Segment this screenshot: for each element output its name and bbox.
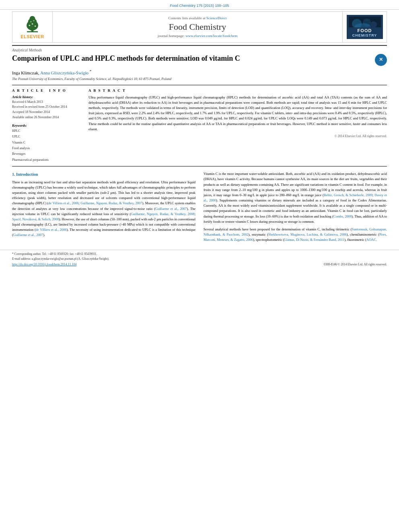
svg-point-5 xyxy=(29,25,31,26)
homepage-url[interactable]: www.elsevier.com/locate/foodchem xyxy=(185,34,237,38)
ref-devilliers2006b[interactable]: de Villiers et al., 2006 xyxy=(36,228,67,232)
section1-heading: 1. Introduction xyxy=(12,171,195,178)
footer-links: http://dx.doi.org/10.1016/j.foodchem.201… xyxy=(12,263,387,266)
elsevier-tree-icon xyxy=(21,15,43,33)
intro-para1: There is an increasing need for fast and… xyxy=(12,180,195,238)
contents-label: Contents lists available at xyxy=(169,16,206,20)
body-columns: 1. Introduction There is an increasing n… xyxy=(12,171,387,245)
ref-belitz2009[interactable]: Belitz, Grosch, & Schieberle, 2009 xyxy=(324,193,372,197)
journal-header: ELSEVIER Contents lists available at Sci… xyxy=(12,11,387,43)
elsevier-logo: ELSEVIER xyxy=(21,15,44,39)
journal-title-area: Contents lists available at ScienceDirec… xyxy=(53,12,342,42)
email-note: E-mail address: a.gliszczynska-swiglo@ue… xyxy=(12,257,109,261)
keywords-label: Keywords: xyxy=(12,123,80,127)
article-title-text: Comparison of UPLC and HPLC methods for … xyxy=(12,54,240,63)
section1-number: 1. xyxy=(12,172,15,177)
body-left-col: 1. Introduction There is an increasing n… xyxy=(12,171,195,245)
food-chemistry-logo-area: FOOD CHEMISTRY xyxy=(342,12,387,42)
journal-homepage: journal homepage: www.elsevier.com/locat… xyxy=(158,34,237,38)
abstract-title: A B S T R A C T xyxy=(88,88,387,92)
footer-area: * Corresponding author. Tel.: +48 61 856… xyxy=(0,250,399,269)
doi-link[interactable]: http://dx.doi.org/10.1016/j.foodchem.201… xyxy=(12,263,76,266)
ref-guillarme2008[interactable]: Guillarme, Nguyen, Rudaz, & Veuthey, 200… xyxy=(131,212,194,216)
footnote-corresponding: * Corresponding author. Tel.: +48 61 856… xyxy=(12,252,387,261)
elsevier-logo-area: ELSEVIER xyxy=(12,12,53,42)
author-link[interactable]: Anna Gliszczyńska-Świgło xyxy=(40,70,88,75)
main-content: Analytical Methods Comparison of UPLC an… xyxy=(0,45,399,245)
abstract-text: Ultra performance liquid chromatography … xyxy=(88,95,387,132)
ref-spacil2008[interactable]: Spacil, Nováková, & Solich, 2008 xyxy=(12,217,59,221)
article-info-panel: A R T I C L E I N F O Article history: R… xyxy=(12,88,80,163)
history-label: Article history: xyxy=(12,95,80,99)
affiliation: The Poznań University of Economics, Facu… xyxy=(12,77,387,81)
homepage-label: journal homepage: xyxy=(158,34,185,38)
authors: Inga Klimczak, Anna Gliszczyńska-Świgło … xyxy=(12,69,387,75)
svg-point-9 xyxy=(33,20,35,21)
received-date: Received 6 March 2013 xyxy=(12,100,43,104)
journal-title: Food Chemistry xyxy=(169,22,226,32)
keywords-list: HPLCUPLCVitamin CFood analysisBeveragesP… xyxy=(12,128,80,163)
accepted-date: Accepted 18 November 2014 xyxy=(12,110,50,114)
page: Food Chemistry 175 (2015) 100–105 xyxy=(0,0,399,532)
top-citation-bar: Food Chemistry 175 (2015) 100–105 xyxy=(0,0,399,10)
section-label: Analytical Methods xyxy=(12,45,387,52)
elsevier-brand-text: ELSEVIER xyxy=(21,34,44,39)
svg-point-8 xyxy=(31,21,32,22)
ref-llamas2011[interactable]: Llamas, Di Nezio, & Fernández Band, 2011 xyxy=(284,238,345,242)
fc-chem-text: CHEMISTRY xyxy=(352,33,377,37)
revised-date: Received in revised form 25 October 2014 xyxy=(12,105,67,109)
abstract-copyright: © 2014 Elsevier Ltd. All rights reserved… xyxy=(88,134,387,138)
ref-guillarme2007a[interactable]: Guillarme, Nguyen, Rudaz, & Veuthey, 200… xyxy=(80,201,142,205)
ref-shekhowtsova2006[interactable]: Shekhowtsova, Muginova, Luchina, & Galim… xyxy=(268,232,347,236)
section1-title: Introduction xyxy=(16,172,38,177)
ref-aoac[interactable]: AOAC, xyxy=(366,238,377,242)
ref-guillarme2007b[interactable]: Guillarme et al., 2007 xyxy=(155,207,187,211)
intro-para3: Several analytical methods have been pro… xyxy=(204,227,387,243)
intro-para2: Vitamin C is the most important water-so… xyxy=(204,171,387,224)
available-date: Available online 26 November 2014 xyxy=(12,115,59,119)
fc-logo-image xyxy=(349,16,381,27)
citation-text: Food Chemistry 175 (2015) 100–105 xyxy=(170,4,229,8)
ref-devilliers2006[interactable]: de Villiers et al., 2006 xyxy=(48,201,78,205)
article-history: Received 6 March 2013 Received in revise… xyxy=(12,100,80,120)
fc-food-text: FOOD xyxy=(358,28,372,33)
svg-rect-1 xyxy=(27,31,38,32)
body-right-col: Vitamin C is the most important water-so… xyxy=(204,171,387,245)
svg-point-6 xyxy=(32,23,33,25)
svg-point-4 xyxy=(29,16,35,21)
article-info-title: A R T I C L E I N F O xyxy=(12,88,80,92)
science-direct-link[interactable]: ScienceDirect xyxy=(206,16,226,20)
crossmark-badge[interactable]: ✕ xyxy=(375,54,387,66)
ref-guillarme2007c[interactable]: Guillarme et al., 2007 xyxy=(13,233,43,237)
abstract-area: A B S T R A C T Ultra performance liquid… xyxy=(88,88,387,163)
food-chemistry-logo: FOOD CHEMISTRY xyxy=(347,15,383,39)
author-marker: * xyxy=(90,69,92,73)
svg-point-7 xyxy=(35,25,36,27)
crossmark-icon: ✕ xyxy=(379,57,383,63)
ref-combs2008[interactable]: Combs, 2008 xyxy=(333,214,352,218)
article-title-area: Comparison of UPLC and HPLC methods for … xyxy=(12,54,387,66)
science-direct-line: Contents lists available at ScienceDirec… xyxy=(169,16,227,20)
corresponding-note: * Corresponding author. Tel.: +48 61 856… xyxy=(12,252,97,256)
article-info-area: A R T I C L E I N F O Article history: R… xyxy=(12,85,387,167)
authors-text: Inga Klimczak, Anna Gliszczyńska-Świgło … xyxy=(12,70,91,75)
footer-copyright: 0308-8146/© 2014 Elsevier Ltd. All right… xyxy=(324,263,387,266)
